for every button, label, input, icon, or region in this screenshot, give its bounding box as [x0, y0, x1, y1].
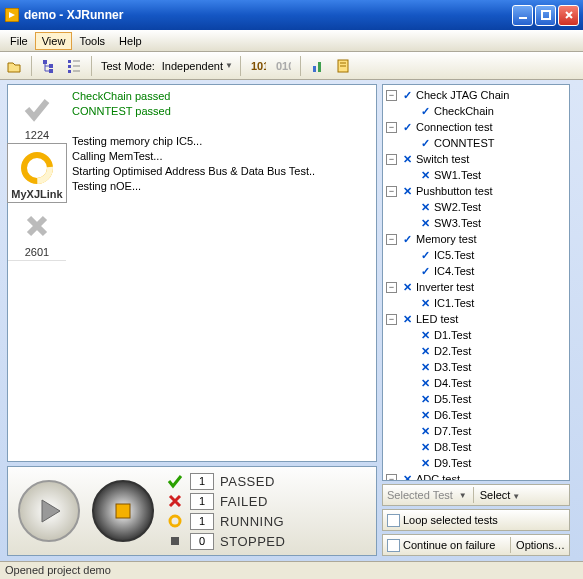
menu-tools[interactable]: Tools — [72, 32, 112, 50]
tree-label: Connection test — [416, 121, 492, 133]
x-icon: ✕ — [418, 168, 432, 182]
tree-toggle-icon[interactable]: − — [386, 282, 397, 293]
tree-node[interactable]: ✕D2.Test — [384, 343, 568, 359]
list-icon[interactable] — [64, 56, 84, 76]
tree-node[interactable]: −✕Pushbutton test — [384, 183, 568, 199]
device-status-item[interactable]: MyXJLink — [7, 143, 67, 203]
tree-label: CONNTEST — [434, 137, 495, 149]
tree-node[interactable]: −✕ADC test — [384, 471, 568, 481]
tree-label: SW1.Test — [434, 169, 481, 181]
log-line: Testing nOE... — [72, 179, 370, 194]
play-button[interactable] — [18, 480, 80, 542]
tree-label: D3.Test — [434, 361, 471, 373]
device-status-column: 1224MyXJLink2601 — [8, 85, 66, 461]
tree-node[interactable]: ✓CheckChain — [384, 103, 568, 119]
x-icon: ✕ — [418, 360, 432, 374]
tree-toggle-icon[interactable]: − — [386, 154, 397, 165]
tree-node[interactable]: ✕D6.Test — [384, 407, 568, 423]
minimize-button[interactable] — [512, 5, 533, 26]
bin2-icon[interactable]: 010 — [273, 56, 293, 76]
tree-label: IC5.Test — [434, 249, 474, 261]
loop-checkbox[interactable] — [387, 514, 400, 527]
status-label: 2601 — [25, 246, 49, 258]
stop-button[interactable] — [92, 480, 154, 542]
selected-test-label: Selected Test — [387, 489, 453, 501]
x-icon: ✕ — [418, 392, 432, 406]
menu-help[interactable]: Help — [112, 32, 149, 50]
continue-label: Continue on failure — [403, 539, 505, 551]
tree-icon[interactable] — [39, 56, 59, 76]
tree-node[interactable]: ✕SW2.Test — [384, 199, 568, 215]
tree-node[interactable]: −✓Check JTAG Chain — [384, 87, 568, 103]
x-icon: ✕ — [418, 328, 432, 342]
test-mode-label: Test Mode: — [101, 60, 155, 72]
svg-text:101: 101 — [251, 60, 266, 72]
tree-node[interactable]: ✕D1.Test — [384, 327, 568, 343]
open-icon[interactable] — [4, 56, 24, 76]
tree-toggle-icon[interactable]: − — [386, 122, 397, 133]
tree-node[interactable]: ✓CONNTEST — [384, 135, 568, 151]
options-link[interactable]: Options… — [516, 539, 565, 551]
tree-label: D5.Test — [434, 393, 471, 405]
tree-node[interactable]: ✕D7.Test — [384, 423, 568, 439]
tree-toggle-icon[interactable]: − — [386, 234, 397, 245]
test-tree[interactable]: −✓Check JTAG Chain✓CheckChain−✓Connectio… — [382, 84, 570, 481]
tree-node[interactable]: ✓IC5.Test — [384, 247, 568, 263]
tree-node[interactable]: −✕Switch test — [384, 151, 568, 167]
svg-rect-23 — [171, 537, 179, 545]
svg-text:010: 010 — [276, 60, 291, 72]
tree-node[interactable]: ✕D3.Test — [384, 359, 568, 375]
log-line: CheckChain passed — [72, 89, 370, 104]
tree-label: SW3.Test — [434, 217, 481, 229]
x-icon: ✕ — [418, 200, 432, 214]
svg-rect-8 — [68, 70, 71, 73]
log-line: Testing memory chip IC5... — [72, 134, 370, 149]
x-icon: ✕ — [418, 424, 432, 438]
x-icon: ✕ — [400, 472, 414, 481]
tree-label: Memory test — [416, 233, 477, 245]
close-button[interactable] — [558, 5, 579, 26]
tree-node[interactable]: −✓Connection test — [384, 119, 568, 135]
x-icon: ✕ — [418, 456, 432, 470]
device-status-item[interactable]: 1224 — [8, 85, 66, 144]
titlebar[interactable]: demo - XJRunner — [0, 0, 583, 30]
tree-node[interactable]: ✕D4.Test — [384, 375, 568, 391]
tree-toggle-icon[interactable]: − — [386, 314, 397, 325]
tree-node[interactable]: ✕D8.Test — [384, 439, 568, 455]
log-line: Starting Optimised Address Bus & Data Bu… — [72, 164, 370, 179]
status-icon — [19, 150, 55, 186]
tree-node[interactable]: ✕SW3.Test — [384, 215, 568, 231]
device-status-item[interactable]: 2601 — [8, 202, 66, 261]
control-pane: 1PASSED1FAILED1RUNNING0STOPPED — [7, 466, 377, 556]
test-mode-dropdown[interactable]: Independent▼ — [162, 60, 233, 72]
stat-count: 0 — [190, 533, 214, 550]
toolbar: Test Mode: Independent▼ 101 010 — [0, 52, 583, 80]
note-icon[interactable] — [333, 56, 353, 76]
tree-node[interactable]: −✓Memory test — [384, 231, 568, 247]
tree-label: LED test — [416, 313, 458, 325]
tree-node[interactable]: ✓IC4.Test — [384, 263, 568, 279]
tree-node[interactable]: ✕D9.Test — [384, 455, 568, 471]
tree-node[interactable]: −✕LED test — [384, 311, 568, 327]
tree-node[interactable]: −✕Inverter test — [384, 279, 568, 295]
chart-icon[interactable] — [308, 56, 328, 76]
maximize-button[interactable] — [535, 5, 556, 26]
stat-row-stopped: 0STOPPED — [166, 532, 366, 550]
select-dropdown[interactable]: Select▼ — [480, 489, 521, 501]
tree-node[interactable]: ✕IC1.Test — [384, 295, 568, 311]
svg-rect-6 — [68, 60, 71, 63]
bin-icon[interactable]: 101 — [248, 56, 268, 76]
continue-checkbox[interactable] — [387, 539, 400, 552]
tree-toggle-icon[interactable]: − — [386, 474, 397, 482]
menu-file[interactable]: File — [3, 32, 35, 50]
tree-node[interactable]: ✕SW1.Test — [384, 167, 568, 183]
tree-toggle-icon[interactable]: − — [386, 90, 397, 101]
check-icon: ✓ — [418, 104, 432, 118]
tree-label: Switch test — [416, 153, 469, 165]
menu-view[interactable]: View — [35, 32, 73, 50]
tree-node[interactable]: ✕D5.Test — [384, 391, 568, 407]
check-icon: ✓ — [400, 88, 414, 102]
tree-toggle-icon[interactable]: − — [386, 186, 397, 197]
x-icon: ✕ — [418, 216, 432, 230]
tree-label: D1.Test — [434, 329, 471, 341]
